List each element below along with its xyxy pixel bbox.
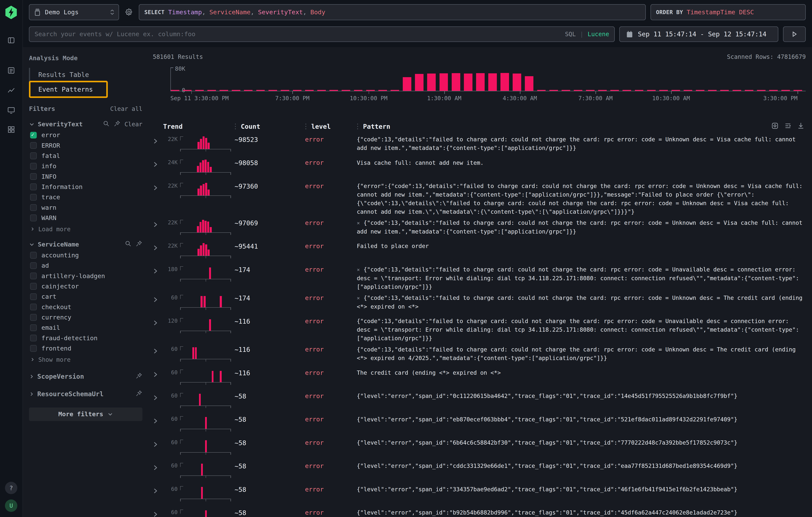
pattern-row[interactable]: 60~58error{"level":"error","span_id":"33…: [153, 483, 806, 506]
expand-chevron-icon[interactable]: [153, 157, 163, 169]
service-option-cainjector[interactable]: cainjector: [29, 283, 142, 290]
pin-icon[interactable]: [136, 372, 142, 381]
severity-option-trace[interactable]: trace: [29, 194, 142, 201]
expand-chevron-icon[interactable]: [153, 316, 163, 328]
severity-option-error[interactable]: error: [29, 132, 142, 139]
clear-all-button[interactable]: Clear all: [110, 105, 142, 112]
select-query-input[interactable]: SELECT Timestamp, ServiceName, SeverityT…: [139, 4, 646, 20]
checkbox[interactable]: [30, 304, 37, 310]
checkbox[interactable]: [30, 204, 37, 211]
service-option-checkout[interactable]: checkout: [29, 304, 142, 311]
pattern-row[interactable]: 22K~97069error×{"code":13,"details":"fai…: [153, 216, 806, 239]
scope-version-section[interactable]: ScopeVersion: [29, 372, 142, 381]
pattern-row[interactable]: 22K~95441errorFailed to place order: [153, 239, 806, 263]
expand-chevron-icon[interactable]: [153, 461, 163, 472]
mode-event-patterns[interactable]: Event Patterns: [29, 82, 142, 97]
expand-chevron-icon[interactable]: [153, 181, 163, 193]
pin-icon[interactable]: [114, 120, 120, 128]
wrap-text-icon[interactable]: [784, 122, 792, 132]
checkbox[interactable]: [30, 152, 37, 159]
severity-clear-button[interactable]: Clear: [124, 121, 142, 127]
pattern-row[interactable]: 60~58error{"level":"error","span_id":"cd…: [153, 459, 806, 483]
checkbox[interactable]: [30, 194, 37, 201]
checkbox[interactable]: [30, 272, 37, 279]
checkbox[interactable]: [30, 163, 37, 170]
chevron-down-icon[interactable]: [29, 121, 35, 127]
service-option-currency[interactable]: currency: [29, 314, 142, 321]
pattern-row[interactable]: 60~58error{"level":"error","span_id":"eb…: [153, 412, 806, 436]
chart-icon[interactable]: [4, 83, 19, 97]
checkbox[interactable]: [30, 142, 37, 149]
mode-results-table[interactable]: Results Table: [29, 68, 142, 82]
service-option-ad[interactable]: ad: [29, 262, 142, 269]
pattern-row[interactable]: 22K~97360error{"error":{"code":13,"detai…: [153, 179, 806, 216]
drag-handle-icon[interactable]: [357, 123, 358, 130]
column-header-trend[interactable]: Trend: [163, 123, 235, 130]
search-input[interactable]: [34, 30, 565, 38]
severity-option-ERROR[interactable]: ERROR: [29, 142, 142, 149]
user-avatar[interactable]: U: [5, 499, 17, 512]
pin-icon[interactable]: [136, 390, 142, 398]
checkbox[interactable]: [30, 262, 37, 269]
checkbox[interactable]: [30, 314, 37, 321]
checkbox[interactable]: [30, 214, 37, 221]
checkbox[interactable]: [30, 252, 37, 258]
expand-chevron-icon[interactable]: [153, 437, 163, 449]
service-option-frontend[interactable]: frontend: [29, 345, 142, 352]
column-header-level[interactable]: level: [305, 123, 357, 130]
hyperdx-logo-icon[interactable]: [4, 5, 18, 20]
expand-chevron-icon[interactable]: [153, 484, 163, 496]
service-show-more[interactable]: Show more: [29, 356, 142, 363]
severity-option-warn[interactable]: warn: [29, 204, 142, 211]
expand-chevron-icon[interactable]: [153, 391, 163, 403]
help-button[interactable]: ?: [5, 482, 17, 494]
orderby-input[interactable]: ORDER BY TimestampTime DESC: [650, 4, 806, 20]
service-option-cart[interactable]: cart: [29, 293, 142, 300]
checkbox[interactable]: [30, 293, 37, 300]
checkbox[interactable]: [30, 283, 37, 290]
service-option-fraud-detection[interactable]: fraud-detection: [29, 335, 142, 342]
drag-handle-icon[interactable]: [305, 123, 307, 130]
service-option-accounting[interactable]: accounting: [29, 252, 142, 259]
gear-icon[interactable]: [124, 4, 134, 20]
service-option-artillery-loadgen[interactable]: artillery-loadgen: [29, 272, 142, 280]
expand-chevron-icon[interactable]: [153, 264, 163, 276]
sql-toggle[interactable]: SQL: [565, 31, 576, 37]
expand-chevron-icon[interactable]: [153, 241, 163, 253]
pattern-row[interactable]: 120~116error{"code":13,"details":"failed…: [153, 315, 806, 343]
expand-chevron-icon[interactable]: [153, 344, 163, 356]
expand-chevron-icon[interactable]: [153, 218, 163, 229]
logs-icon[interactable]: [4, 63, 19, 78]
results-histogram[interactable]: 80K 0 Sep 11 3:30:00 PM7:30:00 PM10:30:0…: [153, 67, 806, 103]
pattern-row[interactable]: 60~116error{"code":13,"details":"failed …: [153, 343, 806, 366]
checkbox[interactable]: [30, 173, 37, 180]
severity-option-INFO[interactable]: INFO: [29, 173, 142, 180]
pattern-row[interactable]: 60~58error{"level":"error","span_id":"b9…: [153, 506, 806, 517]
column-header-pattern[interactable]: Pattern: [357, 123, 806, 130]
service-option-email[interactable]: email: [29, 324, 142, 331]
service-section-title[interactable]: ServiceName: [38, 241, 79, 248]
download-icon[interactable]: [797, 122, 805, 132]
severity-load-more[interactable]: Load more: [29, 226, 142, 233]
drag-handle-icon[interactable]: [235, 123, 236, 130]
pattern-row[interactable]: 60~58error{"level":"error","span_id":"6b…: [153, 436, 806, 459]
monitor-icon[interactable]: [4, 103, 19, 117]
pattern-row[interactable]: 24K~98058errorVisa cache full: cannot ad…: [153, 156, 806, 179]
chevron-down-icon[interactable]: [29, 241, 35, 247]
expand-chevron-icon[interactable]: [153, 508, 163, 517]
severity-option-info[interactable]: info: [29, 163, 142, 170]
more-filters-button[interactable]: More filters: [29, 407, 142, 421]
pattern-row[interactable]: 180~174error×{"code":13,"details":"faile…: [153, 263, 806, 291]
column-header-count[interactable]: Count: [235, 123, 305, 130]
checkbox[interactable]: [30, 345, 37, 352]
expand-chevron-icon[interactable]: [153, 293, 163, 305]
search-icon[interactable]: [125, 240, 132, 249]
dashboards-icon[interactable]: [4, 122, 19, 137]
pattern-row[interactable]: 60~116errorThe credit card (ending <*> e…: [153, 366, 806, 389]
expand-chevron-icon[interactable]: [153, 414, 163, 426]
run-query-button[interactable]: [783, 27, 806, 42]
checkbox[interactable]: [30, 183, 37, 190]
resource-schema-url-section[interactable]: ResourceSchemaUrl: [29, 390, 142, 398]
search-icon[interactable]: [103, 120, 110, 128]
date-range-picker[interactable]: Sep 11 15:47:14 - Sep 12 15:47:14: [619, 27, 778, 42]
